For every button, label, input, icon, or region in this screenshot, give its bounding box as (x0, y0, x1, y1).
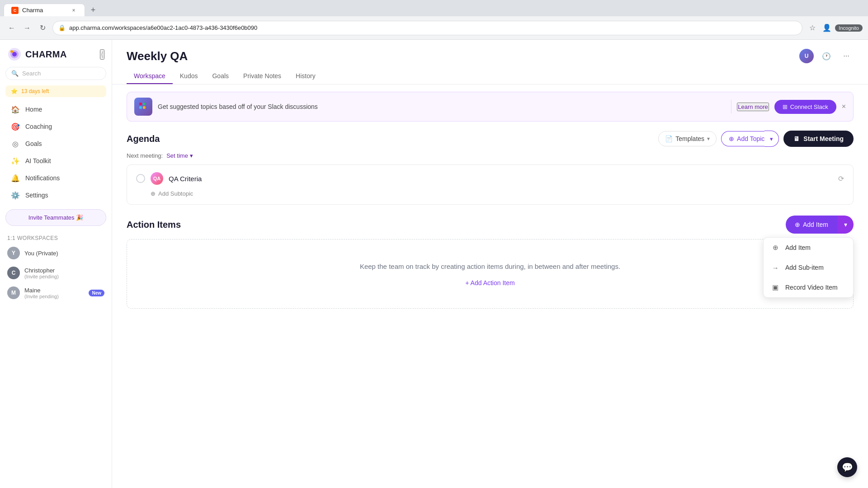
sidebar: CHARMA ⟨ 🔍 Search ⭐ 13 days left 🏠 Home … (0, 40, 112, 488)
add-item-button[interactable]: ⊕ Add Item (786, 216, 837, 234)
logo: CHARMA (7, 47, 67, 61)
svg-rect-6 (143, 103, 146, 105)
sidebar-item-label: Settings (25, 192, 48, 199)
connect-slack-button[interactable]: ⊞ Connect Slack (774, 100, 836, 114)
avatar: M (7, 286, 20, 299)
search-box[interactable]: 🔍 Search (5, 67, 106, 80)
chat-widget-button[interactable]: 💬 (837, 457, 857, 477)
tab-history[interactable]: History (288, 69, 323, 84)
tab-kudos[interactable]: Kudos (173, 69, 205, 84)
sub-item-icon: → (771, 263, 780, 272)
tabs: Workspace Kudos Goals Private Notes Hist… (127, 69, 854, 84)
workspaces-section-label: 1:1 Workspaces (0, 230, 112, 243)
refresh-button[interactable]: ↻ (36, 22, 49, 34)
agenda-title: Agenda (127, 134, 160, 144)
history-icon-button[interactable]: 🕐 (819, 49, 834, 63)
more-options-button[interactable]: ··· (839, 49, 854, 63)
search-icon: 🔍 (11, 70, 19, 77)
plus-icon: ⊕ (795, 221, 800, 228)
workspace-item-name: You (Private) (24, 250, 58, 257)
sidebar-item-notifications[interactable]: 🔔 Notifications (4, 169, 108, 187)
workspace-item-name: Christopher (24, 267, 59, 274)
agenda-section-header: Agenda 📄 Templates ▾ ⊕ Add Topic ▾ (127, 131, 854, 147)
add-item-container: ⊕ Add Item ▾ ⊕ Add Item → (786, 216, 854, 234)
address-bar[interactable]: 🔒 app.charma.com/workspaces/a6e00ac2-1ac… (52, 21, 802, 35)
avatar: C (7, 267, 20, 279)
tab-workspace[interactable]: Workspace (127, 69, 173, 84)
workspace-item-christopher[interactable]: C Christopher (Invite pending) (0, 263, 112, 283)
settings-icon: ⚙️ (11, 191, 20, 200)
start-meeting-button[interactable]: 🖥 Start Meeting (783, 131, 854, 147)
workspace-item-name: Maine (24, 287, 59, 294)
slack-icon (134, 98, 152, 116)
add-item-dropdown-button[interactable]: ▾ (837, 216, 854, 234)
svg-rect-7 (143, 106, 146, 109)
workspace-item-maine[interactable]: M Maine (Invite pending) New (0, 283, 112, 303)
goals-icon: ◎ (11, 139, 20, 148)
profile-button[interactable]: 👤 (821, 22, 833, 34)
new-badge: New (89, 290, 104, 296)
banner-text: Get suggested topics based off of your S… (158, 103, 726, 110)
plus-icon: ⊕ (729, 135, 734, 142)
close-banner-button[interactable]: × (842, 103, 846, 111)
action-items-header: Action Items ⊕ Add Item ▾ ⊕ Add Item (127, 216, 854, 234)
notifications-icon: 🔔 (11, 174, 20, 183)
invite-pending-label: (Invite pending) (24, 274, 59, 279)
logo-text: CHARMA (25, 49, 67, 60)
agenda-item-checkbox[interactable] (136, 174, 145, 183)
banner-divider (731, 100, 731, 113)
new-tab-button[interactable]: + (87, 4, 99, 16)
templates-chevron-icon: ▾ (707, 136, 710, 142)
templates-button[interactable]: 📄 Templates ▾ (658, 131, 717, 146)
collapse-sidebar-button[interactable]: ⟨ (100, 49, 104, 60)
main-content: Weekly QA U 🕐 ··· Workspace Kudos Goals (112, 40, 868, 488)
add-topic-dropdown-button[interactable]: ▾ (764, 131, 779, 147)
browser-tab[interactable]: C Charma × (4, 4, 85, 16)
monitor-icon: 🖥 (793, 135, 800, 142)
tab-favicon: C (11, 7, 19, 14)
sidebar-item-goals[interactable]: ◎ Goals (4, 135, 108, 152)
agenda-item-title: QA Criteria (169, 175, 833, 183)
home-icon: 🏠 (11, 105, 20, 114)
forward-button[interactable]: → (21, 22, 33, 34)
bookmark-button[interactable]: ☆ (806, 22, 819, 34)
template-icon: 📄 (665, 135, 673, 142)
invite-teammates-button[interactable]: Invite Teammates 🎉 (5, 209, 106, 226)
plus-circle-icon: ⊕ (771, 243, 780, 252)
chevron-down-icon: ▾ (190, 152, 193, 159)
add-subtopic-button[interactable]: ⊕ Add Subtopic (151, 190, 844, 197)
sidebar-item-home[interactable]: 🏠 Home (4, 101, 108, 118)
action-items-section: Action Items ⊕ Add Item ▾ ⊕ Add Item (127, 216, 854, 309)
meeting-time-row: Next meeting: Set time ▾ (127, 152, 854, 159)
banner-actions: Learn more ⊞ Connect Slack (731, 100, 836, 114)
svg-rect-4 (139, 103, 142, 105)
agenda-item-avatar: QA (151, 172, 163, 185)
tab-title: Charma (22, 7, 43, 14)
set-time-button[interactable]: Set time ▾ (166, 152, 193, 159)
workspace-item-private[interactable]: Y You (Private) (0, 243, 112, 263)
back-button[interactable]: ← (5, 22, 18, 34)
sync-icon[interactable]: ⟳ (838, 174, 844, 183)
ai-toolkit-icon: ✨ (11, 156, 20, 165)
tab-close-button[interactable]: × (70, 7, 77, 14)
sidebar-item-ai-toolkit[interactable]: ✨ AI Toolkit (4, 152, 108, 169)
user-avatar[interactable]: U (799, 49, 814, 63)
action-items-empty-state: Keep the team on track by creating actio… (127, 239, 854, 309)
dropdown-add-item[interactable]: ⊕ Add Item (764, 238, 853, 258)
add-action-item-link[interactable]: + Add Action Item (138, 279, 842, 286)
action-items-title: Action Items (127, 220, 181, 230)
dropdown-add-sub-item[interactable]: → Add Sub-item (764, 258, 853, 277)
tab-private-notes[interactable]: Private Notes (236, 69, 288, 84)
tab-goals[interactable]: Goals (205, 69, 236, 84)
sidebar-item-coaching[interactable]: 🎯 Coaching (4, 118, 108, 135)
video-record-icon: ▣ (771, 283, 780, 292)
logo-icon (7, 47, 22, 61)
agenda-item-qa-criteria: QA QA Criteria ⟳ ⊕ Add Subtopic (127, 164, 854, 205)
trial-days-left: ⭐ 13 days left (5, 85, 106, 97)
chat-icon: 💬 (842, 462, 853, 473)
sidebar-item-settings[interactable]: ⚙️ Settings (4, 187, 108, 204)
page-header: Weekly QA U 🕐 ··· Workspace Kudos Goals (112, 40, 868, 84)
dropdown-record-video-item[interactable]: ▣ Record Video Item (764, 277, 853, 297)
learn-more-button[interactable]: Learn more (737, 103, 769, 111)
plus-circle-icon: ⊕ (151, 190, 156, 197)
